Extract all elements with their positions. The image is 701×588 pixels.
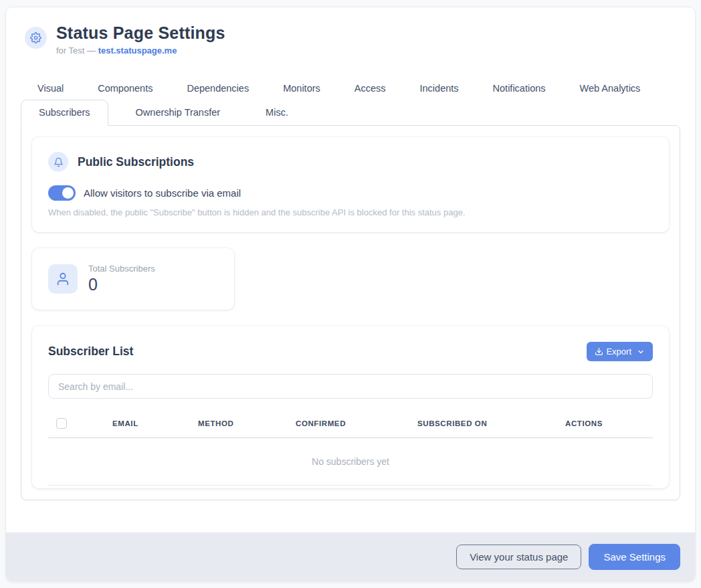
total-subscribers-card: Total Subscribers 0: [32, 248, 234, 310]
subtitle-prefix: for Test —: [56, 45, 98, 56]
subscribe-toggle-row: Allow visitors to subscribe via email: [48, 185, 653, 201]
column-header-actions: Actions: [565, 419, 653, 427]
search-input[interactable]: [48, 374, 653, 399]
subscribe-help-text: When disabled, the public "Subscribe" bu…: [48, 207, 653, 217]
total-subscribers-stat: Total Subscribers 0: [88, 264, 155, 294]
card-body: Status Page Settings for Test — test.sta…: [6, 7, 695, 516]
download-icon: [595, 347, 603, 356]
bell-icon: [48, 152, 68, 172]
subscriber-list-title: Subscriber List: [48, 345, 133, 359]
export-button-label: Export: [606, 347, 631, 357]
total-subscribers-label: Total Subscribers: [88, 264, 155, 274]
tabs-row-1: Visual Components Dependencies Monitors …: [21, 78, 680, 98]
public-subscriptions-card: Public Subscriptions Allow visitors to s…: [32, 137, 669, 232]
column-header-subscribed-on: Subscribed On: [417, 419, 565, 427]
tab-dependencies[interactable]: Dependencies: [174, 78, 262, 98]
subscriber-list-header: Subscriber List Export: [48, 342, 653, 361]
tab-incidents[interactable]: Incidents: [407, 78, 472, 98]
page-title: Status Page Settings: [56, 23, 225, 43]
subscribers-table: Email Method Confirmed Subscribed On Act…: [48, 412, 653, 486]
page-header: Status Page Settings for Test — test.sta…: [21, 23, 680, 56]
tab-web-analytics[interactable]: Web Analytics: [567, 78, 654, 98]
tab-subscribers[interactable]: Subscribers: [21, 100, 108, 126]
user-icon: [48, 264, 78, 294]
select-all-checkbox[interactable]: [56, 418, 67, 429]
column-header-email: Email: [112, 419, 198, 427]
chevron-down-icon: [637, 348, 645, 356]
header-text: Status Page Settings for Test — test.sta…: [56, 23, 225, 56]
tab-monitors[interactable]: Monitors: [270, 78, 333, 98]
status-page-link[interactable]: test.statuspage.me: [98, 45, 177, 56]
page-subtitle: for Test — test.statuspage.me: [56, 45, 225, 56]
toggle-knob: [62, 187, 74, 199]
total-subscribers-value: 0: [88, 275, 155, 294]
save-settings-button[interactable]: Save Settings: [589, 544, 680, 570]
tabs-row-2: Subscribers Ownership Transfer Misc.: [21, 100, 680, 125]
gear-icon: [25, 27, 47, 49]
view-status-page-button[interactable]: View your status page: [456, 545, 581, 569]
tab-notifications[interactable]: Notifications: [480, 78, 559, 98]
subscribe-toggle[interactable]: [48, 185, 76, 201]
subscribe-toggle-label: Allow visitors to subscribe via email: [84, 187, 241, 199]
subscribers-panel: Public Subscriptions Allow visitors to s…: [21, 125, 680, 500]
tab-visual[interactable]: Visual: [25, 78, 76, 98]
public-subscriptions-header: Public Subscriptions: [48, 152, 653, 172]
card-footer: View your status page Save Settings: [6, 532, 695, 581]
table-header-row: Email Method Confirmed Subscribed On Act…: [48, 412, 653, 438]
tab-ownership-transfer[interactable]: Ownership Transfer: [118, 100, 239, 125]
export-button[interactable]: Export: [587, 342, 653, 361]
empty-state-message: No subscribers yet: [48, 438, 653, 486]
tab-misc[interactable]: Misc.: [247, 100, 306, 125]
subscriber-list-card: Subscriber List Export: [32, 326, 669, 488]
column-header-confirmed: Confirmed: [296, 419, 417, 427]
tab-access[interactable]: Access: [342, 78, 399, 98]
public-subscriptions-title: Public Subscriptions: [78, 155, 194, 169]
column-header-method: Method: [198, 419, 296, 427]
tab-components[interactable]: Components: [85, 78, 165, 98]
settings-card: Status Page Settings for Test — test.sta…: [5, 7, 696, 582]
